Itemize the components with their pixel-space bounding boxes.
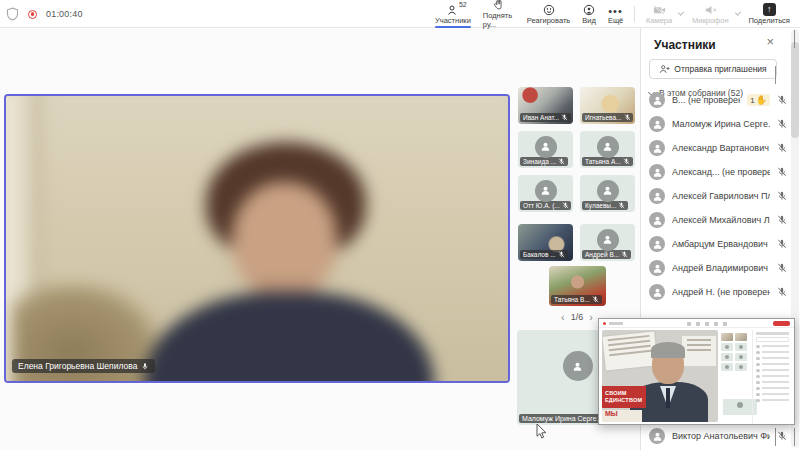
- thumbnail-name-label: Татьяна В...: [551, 295, 602, 304]
- avatar-placeholder-icon: [535, 136, 557, 158]
- person-icon: [652, 167, 663, 178]
- mic-muted-icon: [558, 251, 565, 258]
- thumbnail-name-label: Бакалов ...: [520, 250, 568, 259]
- video-thumbnail[interactable]: Бакалов ...: [518, 224, 573, 261]
- page-prev-icon[interactable]: ‹: [561, 313, 565, 322]
- active-speaker-video[interactable]: Елена Григорьевна Шепилова: [4, 94, 510, 383]
- video-thumbnail[interactable]: Татьяна А...: [580, 131, 635, 168]
- participant-name: Виктор Анатольевич Фи...: [672, 431, 770, 441]
- send-invitation-button[interactable]: Отправка приглашения: [649, 59, 777, 79]
- view-button[interactable]: Вид: [576, 0, 602, 28]
- person-icon: [652, 143, 663, 154]
- mic-muted-icon: [777, 95, 787, 105]
- participant-row[interactable]: Александр Вартанович Ч...: [649, 138, 787, 158]
- smiley-icon: [543, 3, 555, 16]
- window-scroll-down-icon[interactable]: [793, 428, 798, 446]
- react-button[interactable]: Реагировать: [521, 0, 577, 28]
- participant-name: Андрей Н. (не проверено): [672, 287, 770, 297]
- panel-close-icon[interactable]: ×: [766, 34, 774, 49]
- microphone-options-chevron-icon[interactable]: [734, 9, 740, 15]
- person-icon: [602, 185, 613, 196]
- raise-hand-button[interactable]: Поднять ру...: [477, 0, 521, 28]
- thumbnail-name-label: Зинаида ...: [520, 157, 568, 166]
- mic-muted-icon: [777, 143, 787, 153]
- mic-muted-icon: [777, 215, 787, 225]
- window-scroll-up-icon[interactable]: [793, 30, 798, 48]
- video-thumbnail[interactable]: Иван Анат...: [518, 87, 573, 124]
- more-button[interactable]: ••• Ещё: [602, 0, 629, 28]
- video-thumbnail[interactable]: Андрей В...: [580, 224, 635, 261]
- video-thumbnail[interactable]: Татьяна В...: [549, 266, 606, 306]
- participant-row[interactable]: Андрей Н. (не проверено): [649, 282, 787, 302]
- avatar-placeholder-icon: [563, 351, 593, 381]
- person-icon: [652, 287, 663, 298]
- participant-avatar-icon: [649, 284, 665, 300]
- mic-muted-icon: [623, 158, 630, 165]
- top-toolbar: 01:00:40 52 Участники Поднять ру... Реаг…: [0, 0, 800, 28]
- person-icon: [652, 431, 663, 442]
- participant-name: Маломуж Ирина Серге...: [672, 119, 770, 129]
- participants-button[interactable]: 52 Участники: [429, 0, 477, 28]
- participant-avatar-icon: [649, 428, 665, 444]
- invite-person-icon: [659, 64, 670, 74]
- participant-avatar-icon: [649, 212, 665, 228]
- participant-row[interactable]: Амбарцум Ервандович Х...: [649, 234, 787, 254]
- pip-red-poster: СВОИМ ЕДИНСТВОМ: [602, 386, 646, 408]
- window-scrollbar-thumb[interactable]: [791, 42, 799, 138]
- list-scroll-up-icon[interactable]: [774, 66, 779, 84]
- participant-avatar-icon: [649, 140, 665, 156]
- participant-avatar-icon: [649, 260, 665, 276]
- participant-row[interactable]: Алексей Гаврилович Плу...: [649, 186, 787, 206]
- mic-muted-icon: [777, 167, 787, 177]
- mic-muted-icon: [777, 119, 787, 129]
- pip-leave-button: [773, 321, 790, 326]
- page-indicator: 1/6: [571, 312, 584, 322]
- thumbnail-name-label: Татьяна А...: [582, 157, 633, 166]
- camera-button[interactable]: Камера: [640, 0, 678, 28]
- person-icon: [602, 234, 613, 245]
- pip-toolbar: [599, 319, 794, 328]
- participant-avatar-icon: [649, 236, 665, 252]
- mic-muted-icon: [777, 287, 787, 297]
- avatar-placeholder-icon: [535, 180, 557, 202]
- pip-preview-window[interactable]: СВОИМ ЕДИНСТВОМ МЫ: [598, 318, 795, 425]
- camera-options-chevron-icon[interactable]: [678, 9, 684, 15]
- participant-row[interactable]: В... (не проверено) 1✋: [649, 90, 787, 110]
- speaker-muted-icon: [704, 3, 717, 16]
- video-thumbnail[interactable]: Зинаида ...: [518, 131, 573, 168]
- video-thumbnail[interactable]: Кулаевы...: [580, 175, 635, 212]
- mic-muted-icon: [618, 202, 625, 209]
- person-icon: [652, 263, 663, 274]
- page-next-icon[interactable]: ›: [589, 313, 593, 322]
- participant-row[interactable]: Александ... (не проверено): [649, 162, 787, 182]
- participant-row[interactable]: Маломуж Ирина Серге...: [649, 114, 787, 134]
- shield-icon: [6, 7, 19, 21]
- participant-row[interactable]: Андрей Владимирович ...: [649, 258, 787, 278]
- mic-muted-icon: [777, 263, 787, 273]
- avatar-placeholder-icon: [597, 180, 619, 202]
- participant-name: Амбарцум Ервандович Х...: [672, 239, 770, 249]
- video-thumbnail[interactable]: Отт Ю.А. (...: [518, 175, 573, 212]
- avatar-placeholder-icon: [597, 136, 619, 158]
- list-scroll-down-icon[interactable]: [774, 428, 779, 446]
- raise-hand-icon: [493, 0, 504, 11]
- speaker-name-label: Елена Григорьевна Шепилова: [12, 359, 155, 373]
- participant-name: Алексей Гаврилович Плу...: [672, 191, 770, 201]
- pip-participants-panel: [752, 330, 792, 424]
- participants-count: 52: [459, 1, 467, 8]
- speaker-video-frame: [4, 94, 510, 383]
- pip-banner: [602, 331, 657, 370]
- microphone-button[interactable]: Микрофон: [686, 0, 735, 28]
- participant-row[interactable]: Алексей Михайлович Ля...: [649, 210, 787, 230]
- participants-icon: 52: [447, 3, 459, 16]
- participant-avatar-icon: [649, 188, 665, 204]
- raised-hand-badge: 1✋: [747, 94, 770, 106]
- participant-row[interactable]: Виктор Анатольевич Фи...: [649, 426, 787, 446]
- mic-muted-icon: [624, 114, 631, 121]
- person-icon: [540, 185, 551, 196]
- share-button[interactable]: ↑ Поделиться: [742, 0, 795, 28]
- video-thumbnail[interactable]: Игнатьева...: [580, 87, 635, 124]
- mic-muted-icon: [777, 191, 787, 201]
- mic-muted-icon: [592, 296, 599, 303]
- mouse-cursor: [535, 423, 548, 441]
